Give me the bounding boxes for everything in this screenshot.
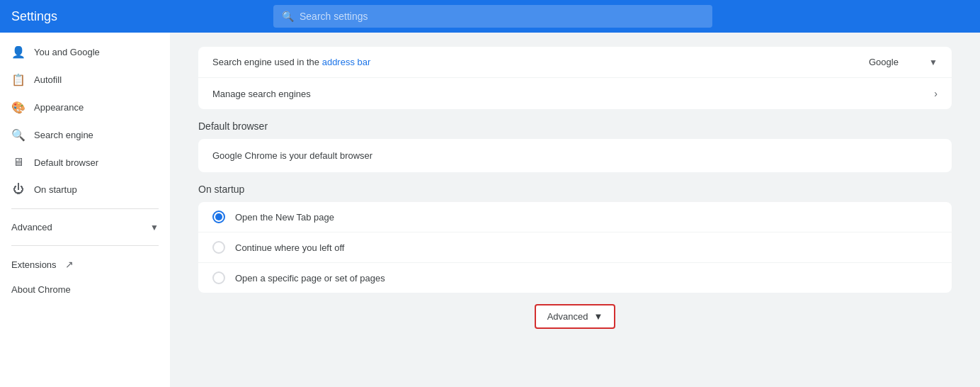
sidebar-label-autofill: Autofill <box>34 74 159 85</box>
person-icon: 👤 <box>11 45 25 59</box>
sidebar-divider <box>11 208 159 209</box>
sidebar: 👤 You and Google 📋 Autofill 🎨 Appearance… <box>0 33 170 387</box>
startup-option-specific[interactable]: Open a specific page or set of pages <box>198 263 952 293</box>
advanced-button-label: Advanced <box>547 311 588 322</box>
radio-continue[interactable] <box>212 241 225 254</box>
default-browser-status: Google Chrome is your default browser <box>198 139 952 172</box>
search-engine-select-wrap: Google Bing DuckDuckGo Yahoo ▼ <box>869 57 938 67</box>
advanced-button[interactable]: Advanced ▼ <box>535 304 616 329</box>
startup-option-new-tab[interactable]: Open the New Tab page <box>198 202 952 232</box>
search-bar: 🔍 <box>273 5 712 28</box>
search-engine-icon: 🔍 <box>11 128 25 142</box>
sidebar-label-search-engine: Search engine <box>34 130 159 140</box>
default-browser-icon: 🖥 <box>11 156 25 169</box>
sidebar-label-advanced: Advanced <box>11 222 142 232</box>
sidebar-label-appearance: Appearance <box>34 102 159 113</box>
search-engine-card: Search engine used in the address bar Go… <box>198 47 952 109</box>
on-startup-title: On startup <box>198 184 952 195</box>
radio-new-tab-label: Open the New Tab page <box>235 212 334 223</box>
sidebar-item-extensions[interactable]: Extensions ↗ <box>0 252 170 277</box>
advanced-chevron-icon: ▼ <box>593 311 603 322</box>
radio-specific-label: Open a specific page or set of pages <box>235 273 385 284</box>
sidebar-item-search-engine[interactable]: 🔍 Search engine <box>0 121 170 149</box>
sidebar-item-advanced[interactable]: Advanced ▼ <box>0 215 170 240</box>
autofill-icon: 📋 <box>11 73 25 86</box>
on-startup-icon: ⏻ <box>11 183 25 196</box>
sidebar-item-about-chrome[interactable]: About Chrome <box>0 277 170 302</box>
search-engine-row: Search engine used in the address bar Go… <box>198 47 952 78</box>
search-input[interactable] <box>300 11 704 22</box>
radio-specific[interactable] <box>212 271 225 284</box>
startup-option-continue[interactable]: Continue where you left off <box>198 232 952 263</box>
address-bar-link[interactable]: address bar <box>322 57 371 67</box>
on-startup-card: Open the New Tab page Continue where you… <box>198 202 952 293</box>
sidebar-item-default-browser[interactable]: 🖥 Default browser <box>0 149 170 176</box>
search-icon: 🔍 <box>282 11 294 22</box>
advanced-button-wrap: Advanced ▼ <box>198 304 952 329</box>
main-content: Search engine used in the address bar Go… <box>170 33 980 387</box>
sidebar-label-on-startup: On startup <box>34 184 159 195</box>
sidebar-divider-2 <box>11 245 159 246</box>
default-browser-card: Google Chrome is your default browser <box>198 139 952 172</box>
sidebar-label-extensions: Extensions <box>11 259 57 270</box>
sidebar-item-autofill[interactable]: 📋 Autofill <box>0 66 170 94</box>
sidebar-item-on-startup[interactable]: ⏻ On startup <box>0 176 170 203</box>
chevron-down-icon: ▼ <box>150 223 159 232</box>
arrow-right-icon: › <box>934 88 938 99</box>
sidebar-label-default-browser: Default browser <box>34 157 159 168</box>
manage-search-engines-row[interactable]: Manage search engines › <box>198 78 952 109</box>
radio-new-tab[interactable] <box>212 211 225 223</box>
default-browser-title: Default browser <box>198 120 952 132</box>
sidebar-label-you-and-google: You and Google <box>34 47 159 57</box>
settings-title: Settings <box>11 9 273 24</box>
sidebar-item-appearance[interactable]: 🎨 Appearance <box>0 94 170 121</box>
sidebar-label-about-chrome: About Chrome <box>11 284 71 295</box>
radio-continue-label: Continue where you left off <box>235 242 344 253</box>
search-engine-select[interactable]: Google Bing DuckDuckGo Yahoo <box>869 57 938 67</box>
sidebar-item-you-and-google[interactable]: 👤 You and Google <box>0 38 170 66</box>
appearance-icon: 🎨 <box>11 101 25 114</box>
search-engine-label: Search engine used in the address bar <box>212 57 869 67</box>
manage-search-engines-label: Manage search engines <box>212 89 934 99</box>
external-link-icon: ↗ <box>65 259 74 270</box>
